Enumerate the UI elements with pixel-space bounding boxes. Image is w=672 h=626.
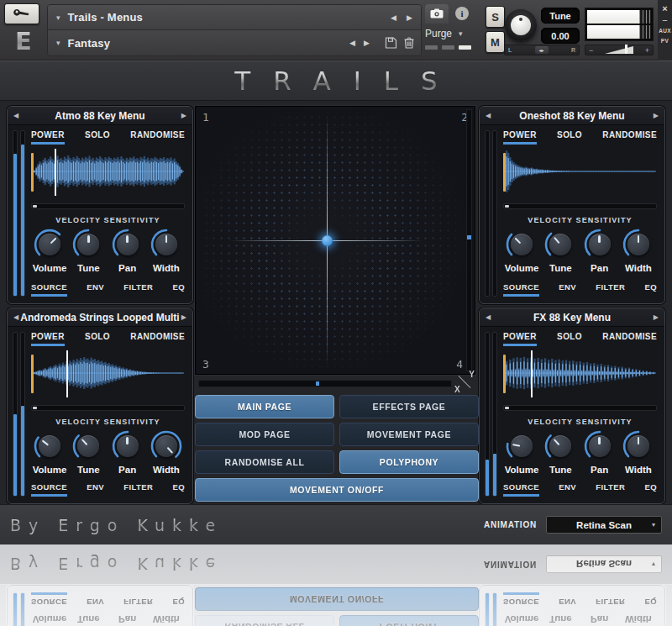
tune-knob[interactable] (543, 429, 577, 463)
tab-power[interactable]: POWER (31, 130, 65, 145)
minimize-icon[interactable]: − (662, 17, 667, 24)
volume-knob[interactable] (505, 228, 538, 261)
panel-next-icon[interactable]: ▶ (181, 112, 186, 119)
tab-source[interactable]: SOURCE (31, 282, 67, 297)
bank-prev-icon[interactable]: ◀ (391, 13, 396, 22)
width-knob[interactable] (150, 228, 183, 261)
xy-axis-link[interactable]: Y X (454, 371, 475, 393)
page-button-movement-on-off[interactable]: MOVEMENT ON/OFF (195, 478, 479, 502)
mute-button[interactable]: M (486, 31, 505, 53)
panel-prev-icon[interactable]: ◀ (486, 112, 491, 119)
tab-power[interactable]: POWER (503, 130, 537, 145)
pan-knob[interactable] (583, 429, 617, 463)
width-knob[interactable] (622, 429, 655, 463)
tab-filter[interactable]: FILTER (123, 482, 153, 497)
panel-prev-icon[interactable]: ◀ (13, 313, 18, 321)
width-knob[interactable] (622, 228, 655, 261)
tab-eq[interactable]: EQ (644, 282, 657, 297)
aux-button[interactable]: AUX (659, 28, 671, 34)
tune-value[interactable]: 0.00 (541, 28, 580, 44)
tab-randomise[interactable]: RANDOMISE (130, 130, 185, 145)
preset-prev-icon[interactable]: ◀ (349, 39, 355, 47)
panel-prev-icon[interactable]: ◀ (486, 313, 491, 321)
panel-title[interactable]: Atmo 88 Key Menu (55, 110, 144, 122)
trash-icon[interactable] (403, 37, 415, 50)
tab-power[interactable]: POWER (503, 332, 537, 346)
close-icon[interactable]: × (662, 4, 667, 13)
page-button-main-page[interactable]: MAIN PAGE (195, 395, 334, 418)
panel-next-icon[interactable]: ▶ (654, 313, 659, 321)
page-button-polyphony[interactable]: POLYPHONY (339, 450, 479, 474)
animation-dropdown[interactable]: Retina Scan ▾ (546, 516, 662, 534)
volume-fader-handle[interactable] (625, 45, 627, 54)
tab-eq[interactable]: EQ (644, 482, 657, 497)
tab-source[interactable]: SOURCE (503, 282, 539, 297)
tune-knob[interactable] (71, 429, 105, 463)
page-button-mod-page[interactable]: MOD PAGE (195, 423, 334, 446)
volume-knob[interactable] (33, 429, 66, 463)
xy-cursor[interactable] (322, 235, 333, 246)
tab-filter[interactable]: FILTER (596, 282, 625, 297)
tab-env[interactable]: ENV (87, 482, 104, 497)
tab-solo[interactable]: SOLO (85, 332, 110, 346)
xy-pad[interactable]: 1 2 3 4 (195, 106, 475, 375)
panel-next-icon[interactable]: ▶ (181, 313, 186, 321)
tab-randomise[interactable]: RANDOMISE (130, 332, 185, 346)
pan-knob[interactable] (583, 228, 617, 261)
bank-next-icon[interactable]: ▶ (407, 13, 412, 22)
tab-randomise[interactable]: RANDOMISE (602, 332, 657, 346)
sample-position-slider[interactable] (503, 405, 657, 411)
pan-knob[interactable] (111, 228, 144, 261)
panel-title[interactable]: FX 88 Key Menu (533, 312, 611, 324)
volume-knob[interactable] (505, 429, 538, 463)
volume-knob[interactable] (505, 9, 537, 41)
minus-icon[interactable]: − (589, 46, 593, 55)
preset-next-icon[interactable]: ▶ (364, 39, 370, 47)
sample-position-slider[interactable] (31, 405, 185, 411)
x-axis-slider[interactable] (198, 380, 452, 387)
bank-title-row[interactable]: ▾ Trails - Menus ◀ ▶ (48, 5, 421, 30)
pan-knob[interactable] (111, 429, 144, 463)
tab-filter[interactable]: FILTER (596, 482, 625, 497)
volume-fader[interactable]: − + (585, 45, 654, 55)
volume-knob[interactable] (33, 228, 66, 261)
tab-source[interactable]: SOURCE (31, 482, 67, 497)
page-button-movement-page[interactable]: MOVEMENT PAGE (339, 423, 479, 446)
x-axis-handle[interactable] (316, 381, 319, 386)
y-axis-slider[interactable] (466, 109, 472, 371)
purge-menu[interactable]: Purge ▾ (425, 28, 480, 39)
sample-position-slider[interactable] (31, 203, 185, 209)
tab-solo[interactable]: SOLO (85, 130, 110, 145)
plus-icon[interactable]: + (645, 46, 649, 55)
panel-prev-icon[interactable]: ◀ (13, 112, 18, 119)
page-button-randomise-all[interactable]: RANDOMISE ALL (195, 450, 334, 474)
tab-solo[interactable]: SOLO (557, 332, 582, 346)
tab-source[interactable]: SOURCE (503, 482, 539, 497)
tune-knob[interactable] (71, 228, 105, 261)
tab-power[interactable]: POWER (31, 332, 65, 346)
pan-control[interactable]: L ◂▸ R (504, 45, 580, 55)
sample-position-handle[interactable] (505, 205, 509, 208)
panel-title[interactable]: Andromeda Strings Looped Multi (20, 312, 179, 324)
tab-env[interactable]: ENV (559, 282, 576, 297)
tab-eq[interactable]: EQ (172, 482, 185, 497)
panel-title[interactable]: Oneshot 88 Key Menu (519, 110, 624, 122)
tab-solo[interactable]: SOLO (557, 130, 582, 145)
tab-randomise[interactable]: RANDOMISE (602, 130, 657, 145)
tune-knob[interactable] (543, 228, 577, 261)
edit-instrument-button[interactable] (4, 3, 39, 24)
save-icon[interactable] (385, 37, 397, 50)
solo-button[interactable]: S (486, 6, 505, 28)
sample-position-handle[interactable] (33, 205, 37, 208)
width-knob[interactable] (150, 429, 183, 463)
sample-position-handle[interactable] (33, 407, 37, 409)
tab-eq[interactable]: EQ (172, 282, 185, 297)
preset-title-row[interactable]: ▾ Fantasy ◀ ▶ (48, 30, 421, 55)
tab-env[interactable]: ENV (559, 482, 576, 497)
y-axis-handle[interactable] (467, 235, 471, 239)
sample-position-slider[interactable] (503, 203, 657, 209)
tab-filter[interactable]: FILTER (123, 282, 153, 297)
panel-next-icon[interactable]: ▶ (654, 112, 659, 119)
tab-env[interactable]: ENV (87, 282, 104, 297)
snapshot-camera-button[interactable] (425, 4, 449, 24)
